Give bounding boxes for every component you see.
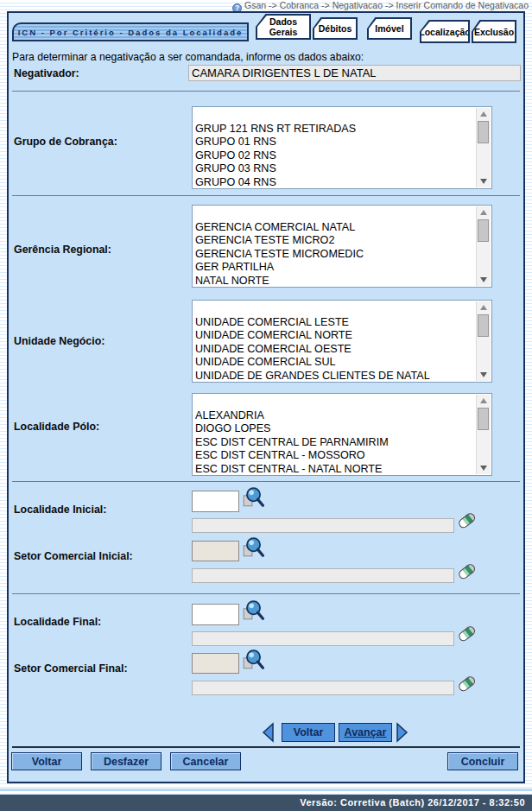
footer-divider — [12, 746, 520, 748]
scroll-thumb[interactable] — [478, 121, 489, 143]
list-option[interactable] — [195, 109, 475, 123]
tab-dados-gerais[interactable]: Dados Gerais — [256, 14, 311, 40]
scroll-thumb[interactable] — [478, 314, 489, 337]
eraser-icon[interactable] — [456, 510, 478, 531]
grupo-cobranca-label: Grupo de Cobrança: — [14, 136, 117, 148]
grupo-cobranca-listbox[interactable]: GRUP 121 RNS RT RETIRADASGRUPO 01 RNSGRU… — [192, 106, 492, 189]
list-option[interactable]: GER PARTILHA — [195, 261, 475, 275]
scrollbar — [476, 301, 491, 381]
scroll-thumb[interactable] — [478, 219, 489, 242]
list-option[interactable]: GRUP 121 RNS RT RETIRADAS — [195, 123, 475, 136]
list-option[interactable]: UNIDADE COMERCIAL NORTE — [195, 329, 475, 343]
scroll-down-icon[interactable] — [477, 175, 491, 187]
breadcrumb: ?Gsan -> Cobranca -> Negativacao -> Inse… — [0, 0, 529, 11]
wizard-avancar-button[interactable]: Avançar — [339, 723, 392, 742]
setor-comercial-final-label: Setor Comercial Final: — [14, 662, 128, 675]
section-divider — [12, 593, 520, 594]
list-option[interactable]: NATAL NORTE — [195, 275, 475, 286]
list-option[interactable]: GERENCIA COMERCIAL NATAL — [195, 221, 475, 235]
list-option[interactable]: GRUPO 04 RNS — [195, 176, 475, 187]
next-arrow-icon[interactable] — [396, 722, 409, 743]
list-option[interactable]: ESC DIST CENTRAL DE PARNAMIRIM — [195, 436, 475, 450]
list-option[interactable]: UNIDADE COMERCIAL LESTE — [195, 316, 475, 330]
list-option[interactable]: DIOGO LOPES — [195, 422, 475, 436]
eraser-icon[interactable] — [456, 561, 478, 582]
list-option[interactable]: ESC DIST CENTRAL - NATAL NORTE — [195, 463, 475, 474]
voltar-button[interactable]: Voltar — [11, 752, 82, 770]
setor-comercial-inicial-label: Setor Comercial Inicial: — [14, 550, 133, 562]
desfazer-button[interactable]: Desfazer — [91, 752, 162, 770]
list-option[interactable]: GERENCIA TESTE MICROMEDIC — [195, 248, 475, 262]
list-option[interactable] — [195, 207, 475, 221]
cancelar-button[interactable]: Cancelar — [170, 752, 241, 770]
list-option[interactable]: GRUPO 02 RNS — [195, 149, 475, 163]
search-icon[interactable] — [242, 536, 264, 559]
concluir-button[interactable]: Concluir — [447, 752, 518, 770]
scroll-up-icon[interactable] — [477, 108, 491, 120]
tab-imovel[interactable]: Imóvel — [367, 17, 412, 40]
tab-label: Débitos — [319, 23, 352, 34]
setor-comercial-inicial-code-input — [192, 541, 239, 561]
wizard-voltar-label: Voltar — [294, 726, 324, 738]
scrollbar — [476, 395, 491, 474]
voltar-label: Voltar — [32, 756, 62, 768]
list-option[interactable]: GRUPO 01 RNS — [195, 136, 475, 149]
tab-label: Imóvel — [375, 23, 403, 34]
negativador-field — [188, 65, 521, 81]
scroll-up-icon[interactable] — [477, 206, 491, 219]
localidade-final-desc-field — [192, 631, 454, 646]
version-footer: Versão: Corretiva (Batch) 26/12/2017 - 8… — [0, 795, 532, 811]
scroll-down-icon[interactable] — [477, 462, 491, 474]
list-option[interactable]: ALEXANDRIA — [195, 409, 475, 423]
page-title-text: ICN - Por Critério - Dados da Localidade — [18, 28, 244, 37]
setor-comercial-inicial-desc-field — [192, 568, 454, 583]
scroll-down-icon[interactable] — [477, 369, 491, 381]
unidade-negocio-label: Unidade Negócio: — [14, 335, 104, 347]
intro-text: Para determinar a negativação a ser coma… — [12, 51, 364, 63]
cancelar-label: Cancelar — [183, 756, 229, 768]
section-divider — [12, 481, 520, 482]
tab-label: Dados Gerais — [257, 16, 309, 37]
setor-comercial-final-desc-field — [192, 681, 454, 695]
unidade-negocio-listbox[interactable]: UNIDADE COMERCIAL LESTEUNIDADE COMERCIAL… — [192, 300, 492, 383]
eraser-icon[interactable] — [456, 623, 478, 644]
localidade-inicial-label: Localidade Inicial: — [14, 504, 106, 516]
localidade-final-label: Localidade Final: — [14, 616, 101, 628]
negativador-label: Negativador: — [14, 67, 79, 79]
scrollbar — [476, 108, 491, 187]
previous-arrow-icon[interactable] — [261, 722, 275, 743]
search-icon[interactable] — [242, 649, 264, 671]
section-divider — [12, 195, 520, 196]
localidade-inicial-code-input[interactable] — [192, 491, 239, 512]
localidade-inicial-desc-field — [192, 518, 454, 533]
gerencia-regional-listbox[interactable]: GERENCIA COMERCIAL NATALGERENCIA TESTE M… — [192, 205, 492, 288]
list-option[interactable] — [195, 302, 475, 316]
wizard-avancar-label: Avançar — [345, 726, 387, 738]
scroll-up-icon[interactable] — [477, 395, 491, 407]
tab-label: Localização — [419, 27, 471, 37]
search-icon[interactable] — [242, 486, 264, 509]
localidade-polo-listbox[interactable]: ALEXANDRIADIOGO LOPESESC DIST CENTRAL DE… — [192, 393, 492, 476]
setor-comercial-final-code-input — [192, 653, 239, 674]
list-option[interactable] — [195, 396, 475, 409]
list-option[interactable]: GERENCIA TESTE MICRO2 — [195, 234, 475, 248]
breadcrumb-path: Gsan -> Cobranca -> Negativacao -> Inser… — [244, 0, 529, 10]
list-option[interactable]: UNIDADE COMERCIAL SUL — [195, 356, 475, 370]
tab-localizacao[interactable]: Localização — [420, 20, 470, 43]
tab-debitos[interactable]: Débitos — [313, 17, 358, 40]
list-option[interactable]: ESC DIST CENTRAL - MOSSORO — [195, 449, 475, 463]
version-text: Versão: Corretiva (Batch) 26/12/2017 - 8… — [300, 797, 525, 808]
scroll-up-icon[interactable] — [477, 301, 491, 314]
page-title: ICN - Por Critério - Dados da Localidade — [12, 22, 249, 41]
gerencia-regional-label: Gerência Regional: — [14, 244, 111, 256]
list-option[interactable]: UNIDADE DE GRANDES CLIENTES DE NATAL — [195, 370, 475, 381]
search-icon[interactable] — [242, 599, 264, 622]
scroll-thumb[interactable] — [478, 408, 489, 430]
tab-exclusao[interactable]: Exclusão — [472, 20, 516, 43]
scroll-down-icon[interactable] — [477, 274, 491, 286]
eraser-icon[interactable] — [456, 673, 478, 694]
list-option[interactable]: GRUPO 03 RNS — [195, 162, 475, 176]
localidade-final-code-input[interactable] — [192, 604, 239, 625]
list-option[interactable]: UNIDADE COMERCIAL OESTE — [195, 343, 475, 357]
wizard-voltar-button[interactable]: Voltar — [282, 723, 335, 742]
